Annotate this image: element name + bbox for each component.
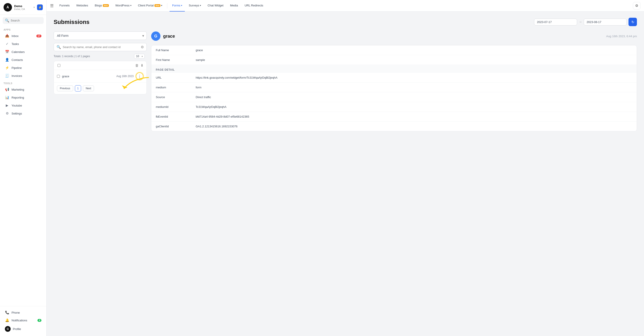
forms-chevron: ▾ — [181, 4, 182, 7]
nav-url-redirects[interactable]: URL Redirects — [242, 0, 266, 11]
bolt-icon[interactable]: ⚡ — [37, 4, 43, 10]
pipeline-icon: ⚡ — [5, 66, 9, 70]
calendars-icon: 📅 — [5, 50, 9, 54]
detail-key: medium — [156, 86, 196, 89]
sidebar-item-label: Settings — [12, 112, 22, 115]
sidebar-item-phone[interactable]: 📞 Phone — [1, 309, 45, 316]
phone-icon: 📞 — [5, 311, 9, 315]
previous-button[interactable]: Previous — [57, 85, 73, 91]
sidebar-item-tasks[interactable]: ✓ Tasks — [1, 40, 45, 48]
sidebar-item-settings[interactable]: ⚙ Settings — [1, 110, 45, 117]
user-menu-chevron[interactable]: ▾ — [34, 6, 35, 9]
date-range-arrow: → — [579, 20, 582, 24]
detail-avatar: G — [151, 31, 160, 41]
nav-websites[interactable]: Websites — [74, 0, 91, 11]
detail-key: mediumId — [156, 105, 196, 108]
refresh-button[interactable]: ↻ — [628, 18, 637, 26]
menu-toggle-icon[interactable]: ☰ — [50, 3, 54, 8]
select-all-checkbox[interactable] — [57, 64, 61, 67]
wordpress-chevron: ▾ — [130, 4, 132, 7]
detail-val: GA1.2.1213415616.1692153076 — [196, 125, 632, 128]
nav-client-portal-label: Client Portal — [138, 4, 154, 7]
detail-row-gaclientid: gaClientId GA1.2.1213415616.1692153076 — [151, 122, 637, 131]
detail-key: Full Name — [156, 48, 196, 52]
detail-row-fullname: Full Name grace — [151, 45, 637, 55]
detail-key: gaClientId — [156, 125, 196, 128]
delete-button[interactable]: 🗑 — [135, 63, 139, 67]
nav-client-portal[interactable]: Client Portal New ▾ — [136, 0, 165, 11]
per-page-select[interactable]: 10 25 50 — [134, 54, 145, 59]
sidebar-item-label: Invoices — [12, 74, 22, 77]
sidebar-item-label: Phone — [12, 311, 20, 314]
surveys-chevron: ▾ — [200, 4, 201, 7]
date-start-input[interactable] — [534, 18, 577, 25]
next-button[interactable]: Next — [83, 85, 94, 91]
detail-row-mediumid: mediumId Tc31WqaAjrDqBl2jeqhA — [151, 102, 637, 112]
sidebar-item-profile[interactable]: G Profile — [1, 324, 45, 334]
sidebar-item-contacts[interactable]: 👤 Contacts — [1, 56, 45, 63]
notifications-icon: 🔔 — [5, 318, 9, 322]
download-button[interactable]: ⬇ — [140, 63, 144, 67]
sidebar-item-reporting[interactable]: 📊 Reporting — [1, 94, 45, 101]
sidebar-item-label: Notifications — [12, 319, 27, 322]
row-checkbox[interactable] — [57, 75, 60, 78]
filter-icon[interactable]: ⚙ — [141, 45, 144, 49]
detail-user: G grace — [151, 31, 175, 41]
sidebar-item-inbox[interactable]: 📥 Inbox 17 — [1, 32, 45, 40]
nav-blogs[interactable]: Blogs New — [92, 0, 111, 11]
row-date: Aug 16th 2023 — [116, 75, 134, 78]
detail-table: Full Name grace First Name sample Page d… — [151, 45, 637, 131]
detail-header: G grace Aug 16th 2023, 6:44 pm — [151, 31, 637, 41]
sidebar-item-calendars[interactable]: 📅 Calendars — [1, 48, 45, 56]
client-portal-new-badge: New — [154, 4, 160, 7]
submissions-search-input[interactable] — [63, 45, 139, 49]
date-end-input[interactable] — [584, 18, 627, 25]
detail-val: sample — [196, 58, 632, 61]
sidebar-item-marketing[interactable]: 📢 Marketing — [1, 86, 45, 93]
nav-surveys[interactable]: Surveys ▾ — [186, 0, 204, 11]
sidebar-item-invoices[interactable]: 🧾 Invoices — [1, 72, 45, 79]
nav-chat-widget[interactable]: Chat Widget — [205, 0, 226, 11]
nav-media[interactable]: Media — [227, 0, 240, 11]
detail-key: URL — [156, 76, 196, 79]
sidebar-bottom: 📞 Phone 🔔 Notifications 4 G Profile — [0, 306, 46, 336]
reporting-icon: 📊 — [5, 95, 9, 99]
table-row: grace Aug 16th 2023 ⋮ — [54, 70, 146, 83]
form-select[interactable]: All Form — [54, 31, 147, 40]
tools-section-label: Tools — [0, 80, 46, 85]
sidebar-item-notifications[interactable]: 🔔 Notifications 4 — [1, 317, 45, 324]
sidebar-item-label: Calendars — [12, 50, 24, 54]
detail-val: grace — [196, 48, 632, 52]
sidebar-item-pipeline[interactable]: ⚡ Pipeline — [1, 64, 45, 71]
detail-name: grace — [163, 34, 175, 39]
page-number[interactable]: 1 — [75, 85, 81, 91]
sidebar-search-bar[interactable]: 🔍 ⌘K — [3, 17, 44, 24]
detail-row-url: URL https://link.goacquirely.com/widget/… — [151, 73, 637, 83]
detail-row-fbeventid: fbEventId bfd714a4-9584-4d29-8d07-ef5e68… — [151, 112, 637, 122]
nav-wordpress[interactable]: WordPress ▾ — [113, 0, 134, 11]
main-area: ☰ Funnels Websites Blogs New WordPress ▾… — [46, 0, 644, 336]
nav-blogs-label: Blogs — [95, 4, 102, 7]
nav-wordpress-label: WordPress — [116, 4, 130, 7]
invoices-icon: 🧾 — [5, 74, 9, 78]
user-location: Irvine, CA — [14, 8, 31, 10]
page-title: Submissions — [54, 18, 90, 25]
sidebar-item-label: Marketing — [12, 88, 24, 91]
row-options-button[interactable]: ⋮ — [136, 72, 144, 80]
row-actions: ⋮ — [136, 72, 144, 80]
search-input[interactable] — [11, 19, 46, 22]
submissions-table: 🗑 ⬇ grace Aug 16th 2023 ⋮ — [54, 61, 147, 94]
sidebar-item-youtube[interactable]: ▶ Youtube — [1, 102, 45, 109]
marketing-icon: 📢 — [5, 87, 9, 91]
nav-funnels[interactable]: Funnels — [57, 0, 72, 11]
table-header-row: 🗑 ⬇ — [54, 61, 146, 70]
detail-val: https://link.goacquirely.com/widget/form… — [196, 76, 632, 79]
avatar: A — [4, 3, 12, 11]
right-panel: G grace Aug 16th 2023, 6:44 pm Full Name… — [151, 31, 637, 131]
nav-forms[interactable]: Forms ▾ — [170, 0, 185, 11]
settings-button[interactable]: ⚙ — [633, 2, 640, 9]
profile-avatar: G — [5, 326, 11, 332]
detail-key: First Name — [156, 58, 196, 61]
content-area: Submissions → ↻ All Form ▾ 🔍 — [46, 11, 644, 336]
form-select-wrap: All Form ▾ — [54, 31, 147, 40]
